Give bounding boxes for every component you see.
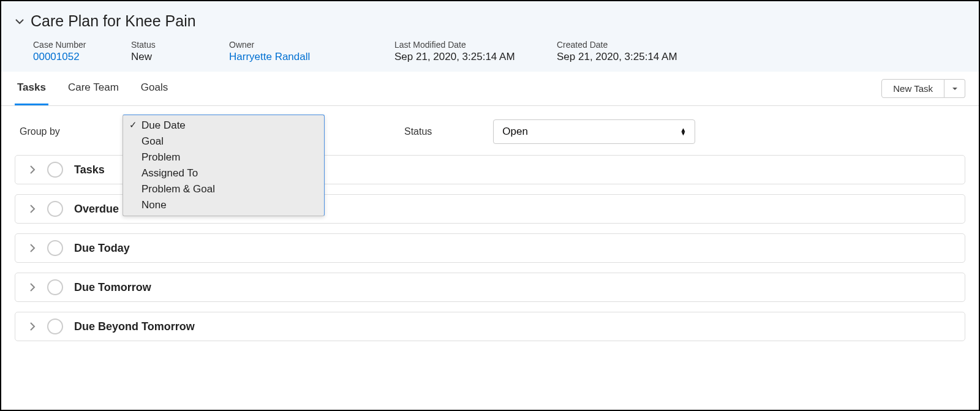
group-label: Overdue: [74, 203, 119, 216]
collapse-icon[interactable]: [15, 17, 24, 26]
group-label: Tasks: [74, 164, 105, 176]
expand-icon[interactable]: [29, 322, 36, 331]
caret-down-icon: [952, 86, 958, 92]
tab-tasks[interactable]: Tasks: [15, 72, 48, 105]
meta-created: Created Date Sep 21, 2020, 3:25:14 AM: [557, 40, 741, 63]
task-group-row[interactable]: Due Tomorrow: [15, 273, 965, 302]
dropdown-option-problem-goal[interactable]: Problem & Goal: [123, 181, 324, 197]
task-group-row[interactable]: Due Today: [15, 233, 965, 263]
expand-icon[interactable]: [29, 205, 36, 213]
complete-radio[interactable]: [47, 201, 63, 217]
meta-label: Created Date: [557, 40, 741, 50]
last-modified-value: Sep 21, 2020, 3:25:14 AM: [394, 51, 557, 63]
dropdown-option-goal[interactable]: Goal: [123, 134, 324, 149]
record-header: Care Plan for Knee Pain Case Number 0000…: [1, 1, 979, 72]
title-row: Care Plan for Knee Pain: [15, 12, 965, 30]
meta-last-modified: Last Modified Date Sep 21, 2020, 3:25:14…: [394, 40, 557, 63]
dropdown-option-assigned-to[interactable]: Assigned To: [123, 165, 324, 181]
new-task-dropdown-button[interactable]: [944, 79, 965, 98]
status-select[interactable]: Open ▲▼: [493, 119, 695, 144]
group-by-dropdown[interactable]: Due Date Goal Problem Assigned To Proble…: [123, 115, 325, 216]
tab-bar: Tasks Care Team Goals New Task: [1, 72, 979, 106]
status-select-value: Open: [502, 126, 528, 138]
expand-icon[interactable]: [29, 283, 36, 292]
dropdown-option-problem[interactable]: Problem: [123, 149, 324, 165]
record-meta: Case Number 00001052 Status New Owner Ha…: [15, 40, 965, 63]
owner-link[interactable]: Harryette Randall: [229, 51, 394, 63]
meta-label: Last Modified Date: [394, 40, 557, 50]
meta-label: Status: [131, 40, 229, 50]
task-group-row[interactable]: Due Beyond Tomorrow: [15, 312, 965, 341]
meta-owner: Owner Harryette Randall: [229, 40, 394, 63]
dropdown-option-due-date[interactable]: Due Date: [123, 118, 324, 134]
group-by-label: Group by: [20, 126, 123, 137]
page-title: Care Plan for Knee Pain: [31, 12, 196, 30]
sort-icon: ▲▼: [680, 128, 686, 135]
meta-label: Owner: [229, 40, 394, 50]
complete-radio[interactable]: [47, 162, 63, 178]
expand-icon[interactable]: [29, 165, 36, 174]
expand-icon[interactable]: [29, 244, 36, 252]
created-value: Sep 21, 2020, 3:25:14 AM: [557, 51, 741, 63]
complete-radio[interactable]: [47, 279, 63, 295]
meta-label: Case Number: [33, 40, 131, 50]
app-frame: Care Plan for Knee Pain Case Number 0000…: [0, 0, 980, 411]
tab-goals[interactable]: Goals: [138, 72, 170, 105]
case-number-link[interactable]: 00001052: [33, 51, 131, 63]
tab-care-team[interactable]: Care Team: [66, 72, 121, 105]
new-task-button[interactable]: New Task: [881, 79, 944, 98]
meta-status: Status New: [131, 40, 229, 63]
new-task-group: New Task: [881, 74, 965, 103]
tabs: Tasks Care Team Goals: [15, 72, 170, 105]
status-filter-label: Status: [404, 126, 432, 137]
group-label: Due Today: [74, 242, 130, 255]
dropdown-option-none[interactable]: None: [123, 197, 324, 213]
filter-row: Group by Due Date Goal Problem Assigned …: [1, 106, 979, 155]
group-label: Due Beyond Tomorrow: [74, 320, 195, 333]
status-value: New: [131, 51, 229, 63]
group-label: Due Tomorrow: [74, 281, 151, 294]
meta-case-number: Case Number 00001052: [33, 40, 131, 63]
complete-radio[interactable]: [47, 319, 63, 334]
complete-radio[interactable]: [47, 240, 63, 256]
